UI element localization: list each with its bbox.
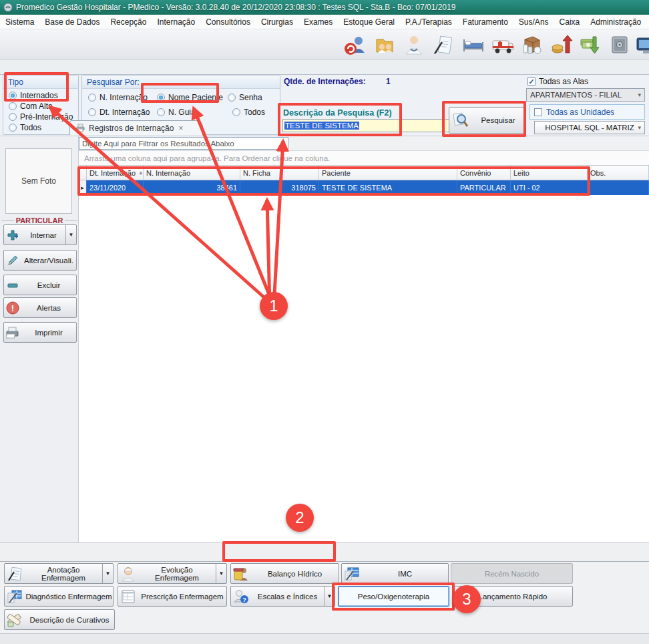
escalas-indices-button[interactable]: ? Escalas e Índices ▼ (230, 586, 335, 607)
dropdown-arrow-icon[interactable]: ▼ (102, 564, 113, 583)
alas-dropdown[interactable]: APARTAMENTOS - FILIAL ▾ (526, 88, 645, 102)
radio-internados[interactable]: Internados (9, 91, 58, 100)
radio-label: N. Internação (99, 93, 148, 102)
filter-placeholder: Digite Aqui para Filtrar os Resultados A… (82, 140, 234, 148)
patient-records-icon[interactable] (370, 29, 399, 60)
radio-icon[interactable] (9, 113, 17, 121)
alas-dropdown-value: APARTAMENTOS - FILIAL (530, 91, 622, 99)
header-indicator (79, 166, 87, 180)
radio-icon[interactable] (157, 94, 165, 102)
radio-todos-tipo[interactable]: Todos (9, 123, 41, 132)
cell-dt-internacao: 23/11/2020 (87, 180, 144, 195)
menu-base-de-dados[interactable]: Base de Dados (39, 17, 105, 27)
dropdown-arrow-icon[interactable]: ▼ (216, 564, 226, 583)
menu-cirurgias[interactable]: Cirurgias (256, 17, 298, 27)
radio-icon[interactable] (9, 124, 17, 132)
radio-icon[interactable] (88, 108, 96, 116)
evolucao-enfermagem-button[interactable]: Evolução Enfermagem ▼ (118, 563, 227, 584)
button-label: Imprimir (21, 329, 76, 337)
ambulance-icon[interactable] (487, 29, 517, 60)
pharmacy-stock-icon[interactable] (517, 29, 546, 60)
close-icon[interactable]: × (178, 124, 183, 133)
descricao-curativos-button[interactable]: Descrição de Curativos (4, 609, 115, 630)
group-by-bar[interactable]: Arraste uma coluna aqui para agrupa-la. … (79, 151, 649, 166)
radio-n-internacao[interactable]: N. Internação (88, 93, 148, 102)
filter-input[interactable]: Digite Aqui para Filtrar os Resultados A… (79, 137, 288, 150)
radio-icon[interactable] (157, 108, 165, 116)
cell-leito: UTI - 02 (511, 180, 588, 195)
header-dt-internacao[interactable]: Dt. Internação ▲ (87, 166, 144, 180)
menu-sus-ans[interactable]: Sus/Ans (513, 17, 554, 27)
menu-estoque-geral[interactable]: Estoque Geral (338, 17, 400, 27)
table-body-empty[interactable] (79, 195, 649, 542)
radio-com-alta[interactable]: Com Alta (9, 102, 53, 111)
balanco-hidrico-button[interactable]: Balanço Hídrico (230, 563, 339, 584)
internar-button[interactable]: Internar ▼ (3, 224, 77, 245)
pesquisar-button[interactable]: Pesquisar (449, 107, 525, 134)
checkbox-unchecked-icon[interactable] (534, 108, 542, 116)
radio-pre-internacao[interactable]: Pré-Internação (9, 112, 73, 122)
tab-registros-internacao[interactable]: Registros de Internação × (69, 120, 203, 135)
safe-icon[interactable] (605, 29, 634, 60)
radio-icon[interactable] (9, 92, 17, 100)
radio-dt-internacao[interactable]: Dt. Internação (88, 108, 150, 117)
checkbox-checked-icon[interactable]: ✓ (527, 77, 535, 86)
radio-n-guia[interactable]: N. Guia (157, 108, 196, 117)
menu-faturamento[interactable]: Faturamento (457, 17, 513, 27)
alert-icon: ! (4, 301, 21, 315)
payments-down-icon[interactable] (576, 29, 605, 60)
unidades-dropdown[interactable]: HOSPITAL SQL - MATRIZ ▾ (534, 121, 645, 134)
dropdown-arrow-icon[interactable]: ▼ (65, 225, 76, 245)
radio-icon[interactable] (9, 102, 17, 110)
prescricao-enfermagem-button[interactable]: Prescrição Enfermagem (118, 586, 227, 607)
radio-icon[interactable] (228, 94, 236, 102)
anotacao-enfermagem-button[interactable]: Anotação Enfermagem ▼ (4, 563, 114, 584)
cell-n-ficha: 318075 (240, 180, 319, 195)
alertas-button[interactable]: ! Alertas (3, 297, 77, 318)
header-leito[interactable]: Leito (511, 166, 588, 180)
menu-consultorios[interactable]: Consultórios (200, 17, 256, 27)
menu-caixa[interactable]: Caixa (554, 17, 586, 27)
svg-text:!: ! (11, 303, 14, 313)
doctor-icon[interactable] (399, 29, 429, 60)
radio-nome-paciente[interactable]: Nome Paciente (157, 93, 223, 102)
peso-oxigenoterapia-button[interactable]: Peso/Oxigenoterapia (338, 586, 449, 607)
todas-as-alas-checkbox[interactable]: ✓ Todas as Alas (527, 77, 588, 86)
menu-pa-terapias[interactable]: P.A./Terapias (400, 17, 457, 27)
hospital-bed-icon[interactable] (458, 29, 487, 60)
header-n-ficha[interactable]: N. Ficha (240, 166, 319, 180)
imc-button[interactable]: IMC (341, 563, 449, 584)
menu-administracao[interactable]: Administração (585, 17, 646, 27)
radio-label: N. Guia (168, 108, 196, 117)
header-convenio[interactable]: Convênio (457, 166, 511, 180)
table-row[interactable]: ▸ 23/11/2020 38461 318075 TESTE DE SISTE… (79, 180, 649, 195)
menu-custo[interactable]: Custo (646, 17, 649, 27)
menu-recepcao[interactable]: Recepção (105, 17, 152, 27)
radio-todos-pesquisa[interactable]: Todos (232, 108, 265, 117)
diagnostico-enfermagem-button[interactable]: Diagnóstico Enfermagem (4, 586, 114, 607)
radio-label: Nome Paciente (168, 93, 223, 102)
menu-internacao[interactable]: Internação (152, 17, 200, 27)
dropdown-arrow-icon[interactable]: ▼ (324, 587, 335, 606)
button-label: Evolução Enfermagem (138, 566, 216, 582)
chevron-down-icon[interactable]: ▾ (282, 140, 285, 147)
radio-icon[interactable] (232, 108, 240, 116)
sync-contacts-icon[interactable] (341, 29, 370, 60)
radio-icon[interactable] (88, 94, 96, 102)
header-n-internacao[interactable]: N. Internação (144, 166, 240, 180)
lancamento-rapido-button[interactable]: Lançamento Rápido (453, 586, 573, 607)
contract-icon[interactable] (429, 29, 458, 60)
excluir-button[interactable]: Excluir (3, 275, 77, 295)
button-label: Internar (21, 231, 65, 239)
menu-sistema[interactable]: Sistema (0, 17, 39, 27)
header-label: N. Internação (146, 169, 190, 177)
imprimir-button[interactable]: Imprimir (3, 322, 77, 343)
radio-senha[interactable]: Senha (228, 93, 262, 102)
terminal-icon[interactable] (634, 29, 649, 60)
alterar-visualizar-button[interactable]: Alterar/Visuali. (3, 250, 77, 271)
header-obs[interactable]: Obs. (588, 166, 649, 180)
header-paciente[interactable]: Paciente (319, 166, 457, 180)
button-label: Prescrição Enfermagem (138, 593, 226, 601)
menu-exames[interactable]: Exames (298, 17, 338, 27)
revenue-up-icon[interactable] (546, 29, 576, 60)
